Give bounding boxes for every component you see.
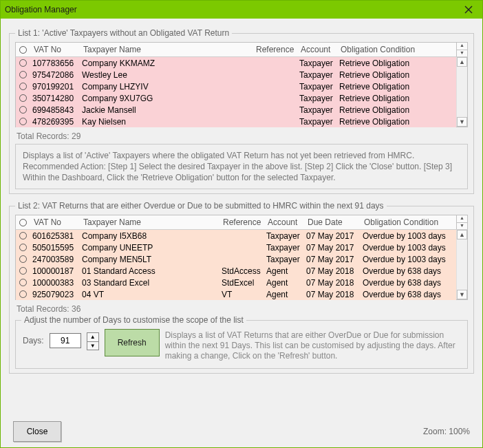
table-row[interactable]: 92507902304 VTVTAgent07 May 2018Overdue … [16, 288, 456, 300]
cell-taxpayer-name: 03 Standard Excel [82, 278, 222, 288]
scroll-track[interactable] [457, 239, 467, 290]
list2-total: Total Records: 36 [17, 304, 468, 314]
days-input[interactable] [50, 333, 81, 348]
radio-icon[interactable] [19, 59, 27, 67]
cell-obligation-condition: Overdue by 638 days [363, 266, 456, 276]
cell-account: Agent [266, 266, 306, 276]
radio-icon[interactable] [19, 279, 27, 286]
refresh-button[interactable]: Refresh [105, 329, 160, 356]
col-account[interactable]: Account [299, 45, 339, 54]
cell-account: Agent [266, 290, 306, 299]
cell-account: Taxpayer [266, 243, 306, 253]
list1-body: 107783656Company KKMAMZTaxpayerRetrieve … [15, 57, 468, 127]
days-stepper[interactable]: ▲ ▼ [87, 332, 99, 350]
table-row[interactable]: 350714280Company 9XU7GGTaxpayerRetrieve … [16, 92, 456, 104]
col-vatno[interactable]: VAT No [32, 217, 82, 227]
list1-info: Displays a list of 'Active' Taxpayers wh… [15, 144, 468, 189]
radio-icon[interactable] [19, 244, 27, 251]
table-row[interactable]: 247003589Company MEN5LTTaxpayer07 May 20… [16, 253, 456, 265]
list2-body: 601625381Company I5XB68Taxpayer07 May 20… [15, 230, 468, 300]
col-account[interactable]: Account [266, 217, 306, 227]
cell-reference: StdExcel [222, 278, 266, 288]
cell-taxpayer-name: 01 Standard Access [82, 266, 222, 276]
radio-icon[interactable] [19, 83, 27, 90]
scroll-down-icon[interactable]: ▼ [457, 117, 467, 127]
chevron-up-icon[interactable]: ▲ [457, 43, 467, 50]
zoom-status: Zoom: 100% [423, 427, 470, 436]
list2-group: List 2: VAT Returns that are either Over… [9, 201, 474, 374]
col-obligation-condition[interactable]: Obligation Condition [339, 45, 456, 54]
scroll-down-icon[interactable]: ▼ [457, 290, 467, 299]
col-due-date[interactable]: Due Date [306, 217, 363, 227]
table-row[interactable]: 505015595Company UNEETPTaxpayer07 May 20… [16, 242, 456, 253]
cell-obligation-condition: Retrieve Obligation [339, 117, 456, 127]
list2-legend: List 2: VAT Returns that are either Over… [15, 201, 387, 211]
scrollbar[interactable]: ▲ ▼ [456, 230, 467, 299]
table-row[interactable]: 10000038303 Standard ExcelStdExcelAgent0… [16, 277, 456, 288]
header-stepper[interactable]: ▲ ▼ [456, 215, 467, 229]
cell-taxpayer-name: 04 VT [82, 290, 222, 299]
cell-taxpayer-name: Company I5XB68 [82, 231, 222, 241]
radio-icon[interactable] [19, 255, 27, 263]
col-reference[interactable]: Reference [255, 45, 299, 54]
window-title: Obligation Manager [5, 5, 77, 14]
cell-vatno: 107783656 [32, 58, 82, 68]
cell-obligation-condition: Retrieve Obligation [339, 58, 456, 68]
scroll-up-icon[interactable]: ▲ [457, 57, 467, 67]
chevron-up-icon[interactable]: ▲ [457, 215, 467, 222]
cell-vatno: 925079023 [32, 290, 82, 299]
cell-taxpayer-name: Company LHZYIV [82, 82, 255, 92]
scroll-track[interactable] [457, 67, 467, 117]
cell-vatno: 350714280 [32, 94, 82, 103]
table-row[interactable]: 107783656Company KKMAMZTaxpayerRetrieve … [16, 57, 456, 69]
cell-obligation-condition: Retrieve Obligation [339, 70, 456, 80]
cell-due-date: 07 May 2018 [306, 266, 363, 276]
col-obligation-condition[interactable]: Obligation Condition [363, 217, 456, 227]
table-row[interactable]: 975472086Westley LeeTaxpayerRetrieve Obl… [16, 69, 456, 81]
cell-obligation-condition: Overdue by 638 days [363, 278, 456, 288]
col-reference[interactable]: Reference [222, 217, 266, 227]
window-close-button[interactable] [455, 1, 482, 19]
header-stepper[interactable]: ▲ ▼ [456, 43, 467, 56]
cell-account: Taxpayer [266, 255, 306, 264]
radio-icon[interactable] [19, 118, 27, 125]
chevron-down-icon[interactable]: ▼ [87, 342, 99, 351]
chevron-up-icon[interactable]: ▲ [87, 332, 99, 342]
radio-icon[interactable] [19, 71, 27, 78]
scroll-up-icon[interactable]: ▲ [457, 230, 467, 239]
table-row[interactable]: 601625381Company I5XB68Taxpayer07 May 20… [16, 230, 456, 242]
scrollbar[interactable]: ▲ ▼ [456, 57, 467, 127]
radio-icon[interactable] [19, 267, 27, 275]
cell-vatno: 505015595 [32, 243, 82, 253]
cell-due-date: 07 May 2018 [306, 278, 363, 288]
list1-group: List 1: 'Active' Taxpayers without an Ob… [9, 28, 474, 194]
radio-icon[interactable] [19, 290, 27, 298]
list1-legend: List 1: 'Active' Taxpayers without an Ob… [15, 28, 232, 38]
cell-due-date: 07 May 2017 [306, 231, 363, 241]
table-row[interactable]: 10000018701 Standard AccessStdAccessAgen… [16, 265, 456, 277]
table-row[interactable]: 699485843Jackie MansellTaxpayerRetrieve … [16, 104, 456, 116]
chevron-down-icon[interactable]: ▼ [457, 222, 467, 230]
cell-account: Taxpayer [299, 105, 339, 115]
col-vatno[interactable]: VAT No [32, 45, 82, 54]
col-taxpayer-name[interactable]: Taxpayer Name [82, 217, 222, 227]
cell-vatno: 699485843 [32, 105, 82, 115]
cell-account: Taxpayer [299, 82, 339, 92]
adjust-description: Displays a list of VAT Returns that are … [165, 330, 460, 361]
radio-icon[interactable] [19, 106, 27, 114]
list1-header: VAT No Taxpayer Name Reference Account O… [15, 42, 468, 57]
close-button[interactable]: Close [13, 421, 61, 442]
chevron-down-icon[interactable]: ▼ [457, 50, 467, 57]
cell-account: Taxpayer [266, 231, 306, 241]
col-taxpayer-name[interactable]: Taxpayer Name [82, 45, 255, 54]
cell-obligation-condition: Overdue by 638 days [363, 290, 456, 299]
cell-vatno: 100000383 [32, 278, 82, 288]
table-row[interactable]: 478269395Kay NielsenTaxpayerRetrieve Obl… [16, 116, 456, 127]
table-row[interactable]: 970199201Company LHZYIVTaxpayerRetrieve … [16, 81, 456, 92]
radio-icon[interactable] [19, 232, 27, 239]
cell-reference: VT [222, 290, 266, 299]
list2-header: VAT No Taxpayer Name Reference Account D… [15, 215, 468, 230]
cell-obligation-condition: Overdue by 1003 days [363, 231, 456, 241]
radio-icon[interactable] [19, 94, 27, 102]
list1-total: Total Records: 29 [17, 131, 468, 141]
